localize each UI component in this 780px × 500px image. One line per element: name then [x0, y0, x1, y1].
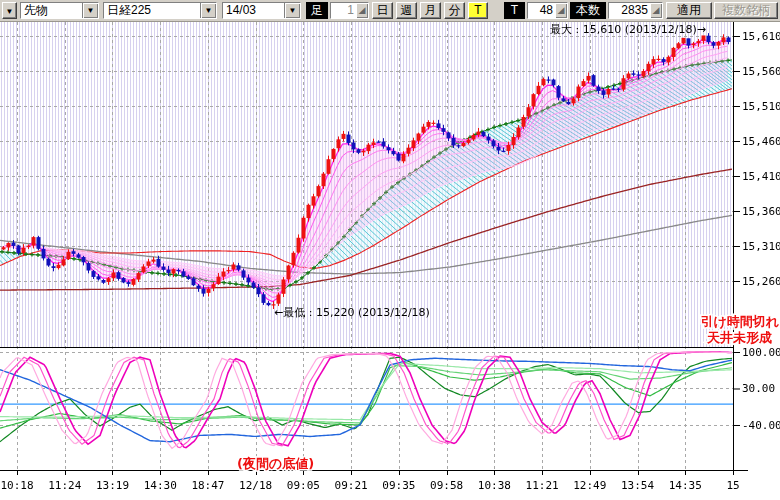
contract-month-select[interactable]: 14/03 ▼ [222, 2, 301, 19]
chevron-down-icon: ▼ [6, 7, 14, 16]
collapse-toolbar-button[interactable]: ▼ [2, 2, 17, 19]
contract-month-value: 14/03 [223, 3, 284, 18]
apply-button[interactable]: 適用 [666, 2, 712, 19]
tick-size-value: 48 [528, 3, 555, 18]
period-month-button[interactable]: 月 [420, 2, 441, 19]
bar-count-value: 2835 [609, 3, 650, 18]
multi-symbol-button: 複数銘柄 [714, 2, 778, 19]
spin-handle-icon[interactable]: ◢ [356, 3, 368, 18]
period-minute-button[interactable]: 分 [444, 2, 465, 19]
toolbar: ▼ 先物 ▼ 日経225 ▼ 14/03 ▼ 足 1 ◢ 日 週 月 分 T T… [0, 0, 780, 22]
bar-type-label: 足 [306, 2, 328, 19]
spin-handle-icon[interactable]: ◢ [555, 3, 567, 18]
chart-area[interactable] [0, 22, 780, 500]
tick-size-label: T [504, 2, 525, 19]
instrument-type-select[interactable]: 先物 ▼ [20, 2, 99, 19]
instrument-type-value: 先物 [21, 3, 82, 18]
dropdown-arrow-icon[interactable]: ▼ [200, 3, 216, 18]
dropdown-arrow-icon[interactable]: ▼ [82, 3, 98, 18]
period-week-button[interactable]: 週 [396, 2, 417, 19]
dropdown-arrow-icon[interactable]: ▼ [284, 3, 300, 18]
tick-size-input[interactable]: 48 ◢ [527, 2, 568, 19]
chart-application-window: ▼ 先物 ▼ 日経225 ▼ 14/03 ▼ 足 1 ◢ 日 週 月 分 T T… [0, 0, 780, 500]
symbol-select[interactable]: 日経225 ▼ [103, 2, 217, 19]
bar-count-input[interactable]: 2835 ◢ [608, 2, 663, 19]
period-tick-button-active[interactable]: T [468, 2, 488, 19]
period-day-button[interactable]: 日 [372, 2, 393, 19]
bar-interval-value: 1 [331, 3, 356, 18]
symbol-value: 日経225 [104, 3, 200, 18]
spin-handle-icon[interactable]: ◢ [650, 3, 662, 18]
bar-count-label: 本数 [570, 2, 606, 19]
bar-interval-input[interactable]: 1 ◢ [330, 2, 369, 19]
